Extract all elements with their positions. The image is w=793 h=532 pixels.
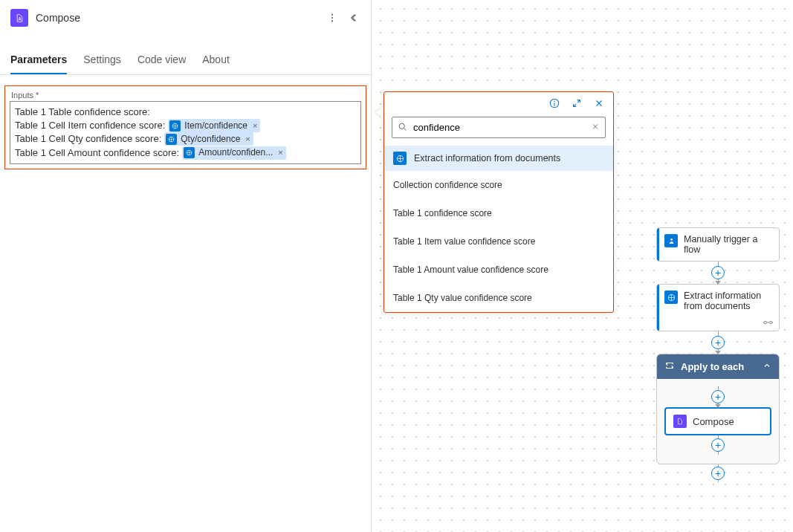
popup-item[interactable]: Collection confidence score [384, 171, 613, 199]
node-accent [657, 228, 659, 261]
apply-body: + Compose + [657, 379, 779, 464]
token-label: Qty/confidence [181, 133, 240, 146]
popup-search-input[interactable] [392, 117, 606, 138]
popup-item[interactable]: Table 1 Item value confidence score [384, 227, 613, 256]
popup-section-header[interactable]: Extract information from documents [384, 146, 613, 171]
close-icon[interactable] [594, 98, 604, 111]
collapse-icon[interactable] [349, 12, 360, 24]
token-icon [166, 134, 177, 145]
token-label: Item/confidence [184, 120, 247, 132]
flow-diagram: Manually trigger a flow + Extract inform… [656, 227, 780, 482]
inputs-text: Table 1 Cell Qty confidence score: [15, 132, 161, 146]
svg-point-9 [399, 123, 404, 129]
token-item-confidence[interactable]: Item/confidence × [168, 119, 260, 132]
node-label: Manually trigger a flow [684, 234, 771, 255]
connector: + [656, 331, 780, 354]
apply-to-each-container: Apply to each + Compose + [656, 354, 780, 464]
tab-about[interactable]: About [202, 46, 230, 74]
tabs: Parameters Settings Code view About [0, 46, 371, 75]
token-icon [169, 120, 181, 132]
panel-title: Compose [36, 12, 319, 24]
document-action-icon [664, 291, 678, 304]
loop-icon [664, 360, 675, 373]
inputs-text: Table 1 Table confidence score: [15, 106, 150, 119]
clear-search-icon[interactable] [591, 122, 600, 133]
add-step-button[interactable]: + [711, 266, 725, 279]
svg-point-1 [331, 17, 333, 19]
trigger-node[interactable]: Manually trigger a flow [656, 227, 780, 262]
compose-node[interactable]: Compose [664, 407, 771, 435]
compose-action-icon [673, 415, 687, 428]
token-amount-confidence[interactable]: Amount/confiden... × [182, 146, 286, 160]
token-qty-confidence[interactable]: Qty/confidence × [164, 132, 253, 146]
apply-to-each-header[interactable]: Apply to each [657, 354, 779, 379]
inputs-row-3: Table 1 Cell Amount confidence score: Am… [15, 146, 356, 160]
tab-parameters[interactable]: Parameters [10, 46, 67, 74]
token-remove-icon[interactable]: × [276, 147, 282, 158]
inputs-row-1: Table 1 Cell Item confidence score: Item… [15, 119, 356, 132]
add-step-button[interactable]: + [711, 390, 725, 403]
connector: + [656, 464, 780, 482]
token-icon [184, 147, 195, 158]
more-icon[interactable] [326, 12, 338, 24]
add-step-button[interactable]: + [711, 438, 725, 452]
arrowhead-icon [715, 404, 721, 408]
svg-point-0 [331, 14, 333, 16]
connector: + [664, 435, 771, 455]
panel-header: Compose [0, 0, 371, 36]
popup-item[interactable]: Table 1 confidence score [384, 199, 613, 227]
search-icon [398, 122, 407, 134]
add-step-button[interactable]: + [711, 467, 725, 480]
add-step-button[interactable]: + [711, 336, 725, 349]
inputs-label: Inputs * [10, 91, 361, 101]
inputs-section: Inputs * Table 1 Table confidence score:… [4, 85, 366, 169]
connector: + [664, 386, 771, 407]
compose-panel: Compose Parameters Settings Code view Ab… [0, 0, 372, 532]
inputs-row-0: Table 1 Table confidence score: [15, 106, 356, 119]
svg-point-11 [670, 239, 673, 241]
tab-settings[interactable]: Settings [83, 46, 121, 74]
token-remove-icon[interactable]: × [244, 134, 250, 145]
token-remove-icon[interactable]: × [251, 120, 257, 132]
popup-section-title: Extract information from documents [414, 153, 560, 163]
inputs-row-2: Table 1 Cell Qty confidence score: Qty/c… [15, 132, 356, 146]
tab-code-view[interactable]: Code view [137, 46, 186, 74]
node-label: Extract information from documents [684, 291, 771, 311]
inputs-text: Table 1 Cell Amount confidence score: [15, 146, 179, 160]
compose-action-icon [10, 9, 28, 27]
dynamic-content-popup: Extract information from documents Colle… [383, 91, 614, 313]
popup-header [384, 92, 613, 114]
popup-search [392, 117, 606, 138]
svg-point-7 [554, 101, 554, 102]
token-label: Amount/confiden... [198, 146, 273, 159]
extract-node[interactable]: Extract information from documents [656, 284, 780, 331]
apply-header-label: Apply to each [681, 361, 744, 372]
trigger-icon [664, 234, 678, 247]
popup-item[interactable]: Table 1 Amount value confidence score [384, 256, 613, 284]
popup-item[interactable]: Table 1 Qty value confidence score [384, 284, 613, 312]
inputs-field[interactable]: Table 1 Table confidence score: Table 1 … [10, 101, 361, 164]
info-icon[interactable] [549, 98, 560, 111]
svg-point-2 [331, 20, 333, 22]
popup-pointer [375, 106, 383, 118]
link-icon [657, 317, 779, 331]
svg-rect-8 [554, 103, 554, 106]
arrowhead-icon [715, 281, 721, 285]
node-accent [657, 285, 659, 331]
expand-icon[interactable] [572, 98, 582, 111]
chevron-up-icon[interactable] [763, 361, 771, 372]
arrowhead-icon [715, 351, 721, 354]
node-label: Compose [693, 416, 734, 427]
document-action-icon [393, 152, 407, 165]
inputs-text: Table 1 Cell Item confidence score: [15, 119, 165, 132]
connector: + [656, 262, 780, 284]
